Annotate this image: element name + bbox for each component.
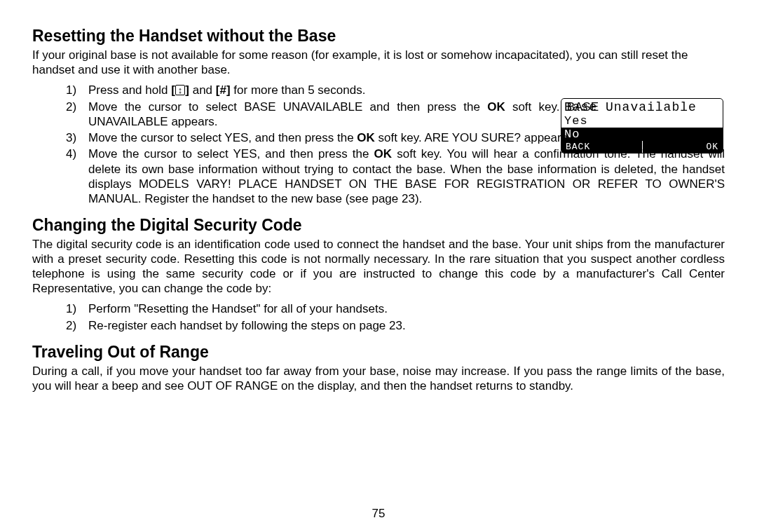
ok-bold: OK [374,147,393,161]
step-num: 1) [66,301,76,316]
hash-icon: # [219,83,226,97]
step-num: 2) [66,100,76,114]
section-security-code: Changing the Digital Security Code The d… [32,216,725,332]
page-number: 75 [0,507,757,521]
step-text: for more than 5 seconds. [231,83,366,97]
step-2: 2) Re-register each handset by following… [66,318,725,333]
step-2: 2) Move the cursor to select BASE UNAVAI… [66,100,599,130]
intro-range: During a call, if you move your handset … [32,364,725,393]
arrows-icon: ↕ [175,85,186,95]
ok-bold: OK [357,131,375,144]
heading-security: Changing the Digital Security Code [32,216,725,235]
step-text: Press and hold [88,83,171,97]
heading-resetting: Resetting the Handset without the Base [32,27,725,46]
step-text: Move the cursor to select YES, and then … [88,131,357,144]
step-text: Re-register each handset by following th… [88,319,406,332]
step-num: 1) [66,83,76,97]
step-num: 4) [66,146,76,161]
step-3: 3) Move the cursor to select YES, and th… [66,130,599,145]
section-out-of-range: Traveling Out of Range During a call, if… [32,343,725,393]
step-text: and [189,83,216,97]
step-4: 4) Move the cursor to select YES, and th… [66,146,725,206]
step-1: 1) Press and hold [↕] and [#] for more t… [66,83,599,97]
intro-security: The digital security code is an identifi… [32,238,725,296]
intro-resetting: If your original base is not available f… [32,48,725,77]
steps-security: 1) Perform "Resetting the Handset" for a… [32,301,725,333]
step-1: 1) Perform "Resetting the Handset" for a… [66,301,725,316]
ok-bold: OK [487,100,505,114]
heading-range: Traveling Out of Range [32,343,725,362]
step-text: Perform "Resetting the Handset" for all … [88,302,388,315]
step-num: 3) [66,130,76,145]
step-text: Move the cursor to select BASE UNAVAILAB… [88,100,487,114]
step-text: soft key. ARE YOU SURE? appears. [375,131,571,144]
step-text: Move the cursor to select YES, and then … [88,147,374,161]
step-num: 2) [66,318,76,333]
